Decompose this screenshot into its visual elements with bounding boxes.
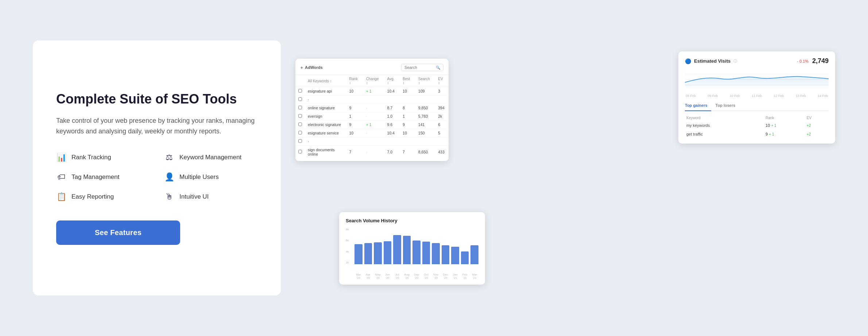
adwords-header: AdWords 🔍 — [295, 64, 449, 75]
bar-label: Nov '20 — [432, 273, 440, 280]
kw-best: 7 — [400, 146, 415, 159]
keywords-table: All Keywords ↕ Rank ↕ Change ↕ Avg. ↕ Be… — [295, 75, 449, 158]
kw-ev: 394 — [435, 104, 449, 112]
kw-checkbox[interactable] — [298, 114, 302, 118]
gainer-rank: 10 + 1 — [764, 121, 805, 130]
bars-container — [346, 228, 478, 264]
kw-change — [363, 95, 384, 104]
kw-checkbox[interactable] — [298, 106, 302, 109]
kw-rank: 9 — [346, 121, 363, 129]
feature-multiple-users: 👤 Multiple Users — [164, 172, 257, 182]
estimated-change: - 0.1% — [797, 59, 809, 63]
kw-checkbox[interactable] — [298, 150, 302, 153]
chart-x-labels: 08 Feb09 Feb10 Feb11 Feb12 Feb13 Feb14 F… — [685, 94, 829, 98]
adwords-title: AdWords — [301, 65, 323, 70]
multiple-users-label: Multiple Users — [179, 173, 219, 181]
kw-name: esignature service — [305, 129, 346, 137]
bar-label: Oct '20 — [422, 273, 430, 280]
hero-subtitle: Take control of your web presence by tra… — [56, 116, 257, 137]
bar — [422, 242, 430, 264]
adwords-search-input[interactable] — [404, 65, 434, 70]
kw-search: 9,850 — [415, 104, 435, 112]
bar-label: May '20 — [374, 273, 382, 280]
bar — [432, 243, 440, 264]
gainer-ev: +2 — [805, 130, 829, 138]
kw-search — [415, 95, 435, 104]
table-row: eversign 1 · 1.0 1 5,783 2k — [295, 112, 449, 121]
sv-y-label: 2k — [346, 261, 349, 264]
table-row: electronic signature 9 + 1 9.6 9 141 6 — [295, 121, 449, 129]
chart-x-label: 14 Feb — [818, 94, 828, 98]
rank-change: + 1 — [771, 124, 776, 128]
feature-easy-reporting: 📋 Easy Reporting — [56, 192, 150, 202]
kw-checkbox[interactable] — [298, 131, 302, 134]
kw-rank: 1 — [346, 112, 363, 121]
chart-x-label: 13 Feb — [796, 94, 806, 98]
bar-label: Jan '21 — [451, 273, 459, 280]
kw-checkbox[interactable] — [298, 89, 302, 93]
gainer-rank: 9 + 1 — [764, 130, 805, 138]
kw-checkbox[interactable] — [298, 122, 302, 126]
gainer-ev: +2 — [805, 121, 829, 130]
bar-label: Jun '20 — [384, 273, 392, 280]
feature-rank-tracking: 📊 Rank Tracking — [56, 153, 150, 162]
kw-checkbox[interactable] — [298, 139, 302, 143]
main-container: Complete Suite of SEO Tools Take control… — [33, 40, 835, 296]
keyword-management-label: Keyword Management — [179, 154, 241, 161]
search-icon: 🔍 — [436, 66, 440, 70]
tab-gainers[interactable]: Top gainers — [685, 101, 711, 111]
adwords-search-box[interactable]: 🔍 — [401, 64, 443, 71]
table-row: · — [295, 95, 449, 104]
bar — [442, 245, 450, 264]
estimated-total: 2,749 — [812, 57, 829, 65]
kw-ev — [435, 137, 449, 146]
bar — [461, 251, 469, 264]
kw-search: 5,783 — [415, 112, 435, 121]
see-features-button[interactable]: See Features — [56, 220, 180, 245]
bar-label: Aug '20 — [403, 273, 411, 280]
estimated-numbers: - 0.1% 2,749 — [797, 57, 829, 65]
table-row: my keywords 10 + 1 +2 — [685, 121, 829, 130]
bar — [354, 244, 363, 264]
estimated-title: Estimated Visits — [694, 58, 731, 64]
rank-change: + 1 — [769, 132, 774, 136]
table-row: · — [295, 137, 449, 146]
feature-tag-management: 🏷 Tag Management — [56, 172, 150, 182]
kw-search: 141 — [415, 121, 435, 129]
kw-change: · — [363, 104, 384, 112]
kw-rank — [346, 137, 363, 146]
feature-intuitive-ui: 🖱 Intuitive UI — [164, 192, 257, 202]
kw-rank: 10 — [346, 87, 363, 95]
kw-ev: 433 — [435, 146, 449, 159]
bar — [393, 235, 401, 264]
kw-best: 9 — [400, 121, 415, 129]
adwords-panel: AdWords 🔍 All Keywords ↕ Rank ↕ Change ↕… — [295, 59, 449, 161]
gainer-keyword: my keywords — [685, 121, 764, 130]
chart-x-label: 08 Feb — [686, 94, 696, 98]
multiple-users-icon: 👤 — [164, 172, 174, 182]
bar — [374, 242, 382, 264]
kw-name: sign documents online — [305, 146, 346, 159]
gainers-tabs: Top gainersTop losers — [685, 101, 829, 111]
kw-best — [400, 95, 415, 104]
line-chart — [685, 69, 829, 92]
kw-search — [415, 137, 435, 146]
chart-x-label: 09 Feb — [708, 94, 718, 98]
kw-avg: 1.0 — [384, 112, 400, 121]
tab-losers[interactable]: Top losers — [716, 101, 739, 110]
kw-search: 150 — [415, 129, 435, 137]
kw-checkbox[interactable] — [298, 97, 302, 101]
bar — [364, 243, 372, 264]
features-grid: 📊 Rank Tracking ⚖ Keyword Management 🏷 T… — [56, 153, 257, 202]
estimated-title-row: 🔵 Estimated Visits ⓘ — [685, 58, 737, 64]
estimated-icon: 🔵 — [685, 58, 691, 64]
kw-avg: 10.4 — [384, 87, 400, 95]
bar-label: Sep '20 — [412, 273, 421, 280]
keyword-management-icon: ⚖ — [164, 153, 174, 162]
intuitive-ui-icon: 🖱 — [164, 192, 174, 202]
sv-y-label: 8k — [346, 228, 349, 231]
intuitive-ui-label: Intuitive UI — [179, 193, 209, 200]
search-volume-title: Search Volume History — [346, 218, 478, 223]
kw-avg: 7.0 — [384, 146, 400, 159]
ev-change: +2 — [807, 124, 811, 128]
